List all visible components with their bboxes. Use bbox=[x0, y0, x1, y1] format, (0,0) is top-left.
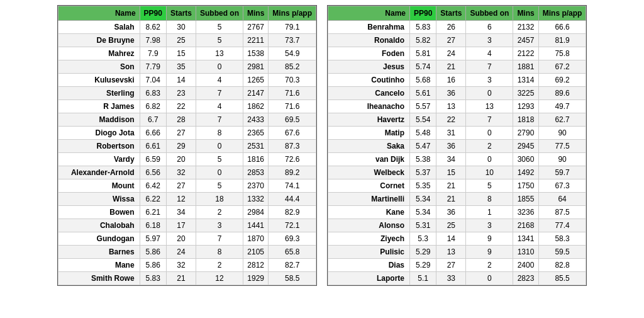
stat-value: 1492 bbox=[513, 166, 538, 179]
stat-value: 82.8 bbox=[538, 259, 586, 272]
stat-value: 0 bbox=[196, 60, 243, 74]
pp90-value: 5.35 bbox=[410, 179, 436, 193]
pp90-value: 7.04 bbox=[140, 74, 166, 87]
pp90-value: 5.34 bbox=[410, 206, 436, 219]
table2-wrapper: Name PP90 Starts Subbed on Mins Mins p/a… bbox=[327, 5, 587, 286]
player-name: Ronaldo bbox=[328, 34, 410, 47]
pp90-value: 7.98 bbox=[140, 34, 166, 47]
table1-header-mins: Mins bbox=[243, 6, 268, 21]
player-name: Mahrez bbox=[58, 47, 140, 60]
stat-value: 16 bbox=[436, 74, 466, 87]
player-name: Foden bbox=[328, 47, 410, 60]
stat-value: 0 bbox=[196, 166, 243, 179]
player-name: Smith Rowe bbox=[58, 272, 140, 285]
stat-value: 22 bbox=[166, 100, 196, 113]
stat-value: 3 bbox=[466, 34, 513, 47]
table-row: Martinelli5.34218185564 bbox=[328, 193, 586, 206]
pp90-value: 6.21 bbox=[140, 206, 166, 219]
player-name: Coutinho bbox=[328, 74, 410, 87]
table-row: Gundogan5.97207187069.3 bbox=[58, 232, 316, 246]
stat-value: 13 bbox=[196, 47, 243, 60]
stat-value: 64 bbox=[538, 193, 586, 206]
table-row: Smith Rowe5.832112192958.5 bbox=[58, 272, 316, 285]
stat-value: 0 bbox=[466, 87, 513, 100]
stat-value: 1538 bbox=[243, 47, 268, 60]
stat-value: 0 bbox=[196, 140, 243, 153]
stat-value: 1881 bbox=[513, 60, 538, 74]
table-row: Havertz5.54227181862.7 bbox=[328, 113, 586, 127]
table2: Name PP90 Starts Subbed on Mins Mins p/a… bbox=[328, 6, 586, 285]
table-row: Dias5.29272240082.8 bbox=[328, 259, 586, 272]
table-row: R James6.82224186271.6 bbox=[58, 100, 316, 113]
player-name: Salah bbox=[58, 21, 140, 34]
stat-value: 72.1 bbox=[269, 219, 316, 232]
pp90-value: 6.59 bbox=[140, 153, 166, 166]
stat-value: 82.7 bbox=[269, 259, 316, 272]
player-name: Alonso bbox=[328, 219, 410, 232]
pp90-value: 5.1 bbox=[410, 272, 436, 285]
player-name: Bowen bbox=[58, 206, 140, 219]
table-row: Cancelo5.61360322589.6 bbox=[328, 87, 586, 100]
table1-wrapper: Name PP90 Starts Subbed on Mins Mins p/a… bbox=[57, 5, 317, 286]
stat-value: 1750 bbox=[513, 179, 538, 193]
stat-value: 1310 bbox=[513, 246, 538, 259]
stat-value: 2105 bbox=[243, 246, 268, 259]
stat-value: 1862 bbox=[243, 100, 268, 113]
stat-value: 8 bbox=[196, 127, 243, 140]
stat-value: 35 bbox=[166, 60, 196, 74]
stat-value: 36 bbox=[436, 140, 466, 153]
stat-value: 2945 bbox=[513, 140, 538, 153]
stat-value: 2433 bbox=[243, 113, 268, 127]
stat-value: 79.1 bbox=[269, 21, 316, 34]
stat-value: 34 bbox=[436, 153, 466, 166]
table-row: Foden5.81244212275.8 bbox=[328, 47, 586, 60]
stat-value: 0 bbox=[466, 272, 513, 285]
pp90-value: 6.83 bbox=[140, 87, 166, 100]
table2-header-row: Name PP90 Starts Subbed on Mins Mins p/a… bbox=[328, 6, 586, 21]
table-row: Pulisic5.29139131059.5 bbox=[328, 246, 586, 259]
table-row: Alexander-Arnold6.56320285389.2 bbox=[58, 166, 316, 179]
pp90-value: 5.29 bbox=[410, 246, 436, 259]
stat-value: 13 bbox=[466, 100, 513, 113]
stat-value: 17 bbox=[166, 219, 196, 232]
stat-value: 1265 bbox=[243, 74, 268, 87]
player-name: Maddison bbox=[58, 113, 140, 127]
stat-value: 67.6 bbox=[269, 127, 316, 140]
table2-header-starts: Starts bbox=[436, 6, 466, 21]
stat-value: 2812 bbox=[243, 259, 268, 272]
stat-value: 3 bbox=[196, 219, 243, 232]
stat-value: 85.5 bbox=[538, 272, 586, 285]
table-row: Benrahma5.83266213266.6 bbox=[328, 21, 586, 34]
stat-value: 24 bbox=[166, 246, 196, 259]
stat-value: 65.8 bbox=[269, 246, 316, 259]
player-name: De Bruyne bbox=[58, 34, 140, 47]
stat-value: 27 bbox=[436, 259, 466, 272]
stat-value: 4 bbox=[196, 74, 243, 87]
stat-value: 15 bbox=[166, 47, 196, 60]
table2-header-name: Name bbox=[328, 6, 410, 21]
player-name: Martinelli bbox=[328, 193, 410, 206]
pp90-value: 7.9 bbox=[140, 47, 166, 60]
table-row: Mane5.86322281282.7 bbox=[58, 259, 316, 272]
stat-value: 2400 bbox=[513, 259, 538, 272]
stat-value: 25 bbox=[166, 34, 196, 47]
table2-header-mins: Mins bbox=[513, 6, 538, 21]
pp90-value: 5.81 bbox=[410, 47, 436, 60]
stat-value: 3060 bbox=[513, 153, 538, 166]
player-name: Havertz bbox=[328, 113, 410, 127]
table-row: Kulusevski7.04144126570.3 bbox=[58, 74, 316, 87]
table1-header-row: Name PP90 Starts Subbed on Mins Mins p/a… bbox=[58, 6, 316, 21]
stat-value: 74.1 bbox=[269, 179, 316, 193]
stat-value: 22 bbox=[436, 113, 466, 127]
table-row: Son7.79350298185.2 bbox=[58, 60, 316, 74]
pp90-value: 5.38 bbox=[410, 153, 436, 166]
table1-header-name: Name bbox=[58, 6, 140, 21]
player-name: R James bbox=[58, 100, 140, 113]
player-name: Chalobah bbox=[58, 219, 140, 232]
stat-value: 7 bbox=[466, 113, 513, 127]
table-row: Barnes5.86248210565.8 bbox=[58, 246, 316, 259]
stat-value: 3225 bbox=[513, 87, 538, 100]
stat-value: 24 bbox=[436, 47, 466, 60]
player-name: Saka bbox=[328, 140, 410, 153]
stat-value: 2790 bbox=[513, 127, 538, 140]
